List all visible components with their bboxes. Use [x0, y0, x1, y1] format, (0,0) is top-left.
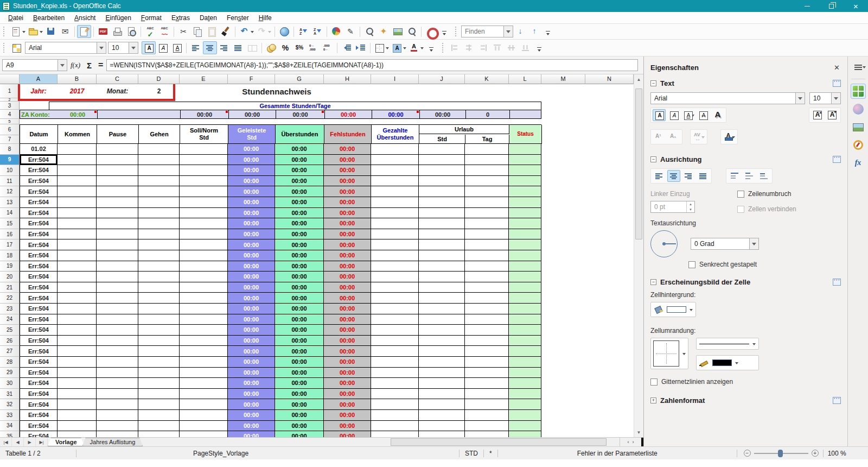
cell-G32[interactable]: 00:00 — [275, 399, 324, 410]
cell-K15[interactable] — [465, 218, 509, 229]
header-soll-norm[interactable]: Soll/NormStd — [180, 125, 228, 144]
column-header-M[interactable]: M — [541, 74, 585, 84]
cell-A29[interactable]: Err:504 — [20, 368, 58, 378]
cell-G25[interactable]: 00:00 — [275, 325, 324, 336]
cell-E19[interactable] — [180, 261, 228, 272]
cell-F14[interactable]: 00:00 — [228, 208, 275, 219]
cell-L27[interactable] — [509, 346, 541, 357]
toolbar-overflow-button[interactable] — [533, 41, 547, 54]
cell-J21[interactable] — [419, 282, 465, 293]
cell-I26[interactable] — [371, 336, 419, 346]
header-gehen[interactable]: Gehen — [139, 125, 180, 144]
cell-B34[interactable] — [58, 421, 97, 432]
cell-J20[interactable] — [419, 272, 465, 282]
cell-B14[interactable] — [58, 208, 97, 219]
row-header-17[interactable]: 17 — [0, 239, 20, 250]
highlight-color-button[interactable] — [723, 131, 736, 143]
font-name-combo[interactable]: Arial — [25, 42, 106, 54]
row-header-21[interactable]: 21 — [0, 282, 20, 293]
cell-K12[interactable] — [465, 186, 509, 197]
cell-G15[interactable]: 00:00 — [275, 218, 324, 229]
cell-I21[interactable] — [371, 282, 419, 293]
zoom-button[interactable] — [405, 25, 419, 38]
spinner-arrows-icon[interactable]: ▲▼ — [686, 201, 694, 212]
senkrecht-checkbox[interactable]: Senkrecht gestapelt — [688, 261, 757, 268]
cell-J12[interactable] — [419, 186, 465, 197]
cell-E25[interactable] — [180, 325, 228, 336]
tab-styles[interactable] — [851, 102, 866, 117]
cell-D29[interactable] — [138, 368, 180, 378]
cell-J26[interactable] — [419, 336, 465, 346]
cell-G10[interactable]: 00:00 — [275, 165, 324, 176]
cell-H26[interactable]: 00:00 — [324, 336, 371, 346]
cell-D27[interactable] — [138, 346, 180, 357]
copy-button[interactable] — [190, 25, 205, 38]
cell-B9[interactable] — [58, 155, 97, 166]
cell-E14[interactable] — [180, 208, 228, 219]
cell-D32[interactable] — [138, 399, 180, 410]
cell-A31[interactable]: Err:504 — [20, 389, 58, 400]
cell-D24[interactable] — [138, 314, 180, 325]
cell-E23[interactable] — [180, 304, 228, 314]
cell-L16[interactable] — [509, 229, 541, 240]
line-style-button[interactable] — [696, 338, 759, 350]
undo-button[interactable] — [238, 25, 255, 38]
cell-L35[interactable] — [509, 431, 541, 437]
cell-K4[interactable]: 0 — [465, 110, 509, 118]
row-header-14[interactable]: 14 — [0, 208, 20, 219]
cell-I30[interactable] — [371, 378, 419, 389]
cell-J25[interactable] — [419, 325, 465, 336]
row-header-22[interactable]: 22 — [0, 293, 20, 304]
cell-D21[interactable] — [138, 282, 180, 293]
cell-E31[interactable] — [180, 389, 228, 400]
collapse-icon[interactable]: − — [650, 80, 656, 86]
cell-F9[interactable]: 00:00 — [228, 155, 275, 166]
cell-G23[interactable]: 00:00 — [275, 304, 324, 314]
scroll-up-icon[interactable]: ▲ — [634, 74, 643, 84]
cell-L34[interactable] — [509, 421, 541, 432]
cell-G16[interactable]: 00:00 — [275, 229, 324, 240]
menu-hilfe[interactable]: Hilfe — [254, 13, 277, 23]
menu-fenster[interactable]: Fenster — [222, 13, 254, 23]
dropdown-icon[interactable] — [795, 93, 805, 104]
section-ausrichtung[interactable]: − Ausrichtung — [650, 153, 841, 165]
cell-F24[interactable]: 00:00 — [228, 314, 275, 325]
cell-I34[interactable] — [371, 421, 419, 432]
cell-J19[interactable] — [419, 261, 465, 272]
cell-K27[interactable] — [465, 346, 509, 357]
cell-E12[interactable] — [180, 186, 228, 197]
cell-C14[interactable] — [97, 208, 138, 219]
row-header-5[interactable]: 5 — [0, 119, 20, 124]
align-justify-button[interactable] — [697, 170, 710, 182]
cell-A15[interactable]: Err:504 — [20, 218, 58, 229]
cell-G27[interactable]: 00:00 — [275, 346, 324, 357]
row-header-10[interactable]: 10 — [0, 165, 20, 176]
cell-H27[interactable]: 00:00 — [324, 346, 371, 357]
row-header-19[interactable]: 19 — [0, 261, 20, 272]
cell-K26[interactable] — [465, 336, 509, 346]
cell-K19[interactable] — [465, 261, 509, 272]
cell-C34[interactable] — [97, 421, 138, 432]
row-header-6[interactable]: 6 — [0, 124, 20, 135]
cell-D19[interactable] — [138, 261, 180, 272]
cell-I19[interactable] — [371, 261, 419, 272]
cell-B11[interactable] — [58, 176, 97, 187]
cell-J32[interactable] — [419, 399, 465, 410]
cell-I16[interactable] — [371, 229, 419, 240]
cell-H17[interactable]: 00:00 — [324, 239, 371, 250]
cell-A28[interactable]: Err:504 — [20, 357, 58, 368]
toolbar-grip[interactable] — [3, 43, 7, 53]
row-header-27[interactable]: 27 — [0, 346, 20, 357]
cell-L17[interactable] — [509, 239, 541, 250]
cell-C32[interactable] — [97, 399, 138, 410]
first-sheet-button[interactable]: |◀ — [0, 438, 12, 446]
cell-J14[interactable] — [419, 208, 465, 219]
cell-G35[interactable]: 00:00 — [275, 431, 324, 437]
header-urlaub[interactable]: Urlaub — [419, 125, 509, 134]
page-preview-button[interactable] — [124, 25, 138, 38]
cell-B28[interactable] — [58, 357, 97, 368]
gallery-button[interactable] — [391, 25, 405, 38]
cell-E9[interactable] — [180, 155, 228, 166]
dropdown-icon[interactable] — [690, 309, 693, 313]
open-button[interactable] — [27, 25, 44, 38]
